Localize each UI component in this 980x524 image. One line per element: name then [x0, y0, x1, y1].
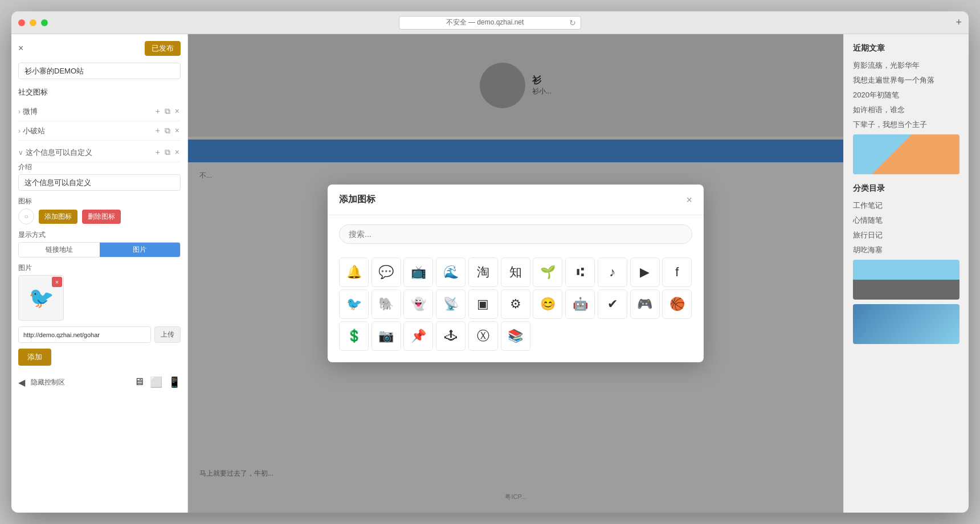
mastodon-icon[interactable]: 🐘: [371, 289, 401, 319]
recent-posts-title: 近期文章: [853, 43, 959, 54]
sidebar-post-1: 剪影流殇，光影华年: [853, 60, 959, 71]
editor-panel: × 已发布 社交图标 › 微博 + ⧉ × › 小破站 +: [11, 34, 188, 513]
display-tabs: 链接地址 图片: [18, 242, 181, 257]
main-preview: 衫 衫小... 不... 粤ICP... 马上就要过去了，牛初... 添加图标: [188, 34, 843, 513]
social-copy-icon-3[interactable]: ⧉: [164, 146, 172, 158]
url-input[interactable]: [18, 326, 151, 343]
intro-input[interactable]: [18, 174, 181, 191]
bilibili-icon[interactable]: 📺: [403, 257, 433, 287]
site-name-input[interactable]: [18, 63, 181, 79]
youtube-icon[interactable]: ▶: [630, 257, 660, 287]
post-link-2[interactable]: 我想走遍世界每一个角落: [853, 75, 959, 85]
tiktok-icon[interactable]: ♪: [598, 257, 627, 287]
facebook-icon[interactable]: f: [662, 257, 692, 287]
chevron-right-icon: ›: [18, 108, 21, 116]
upload-button[interactable]: 上传: [154, 326, 181, 343]
wechat-icon[interactable]: 💬: [371, 257, 401, 287]
back-icon[interactable]: ◀: [18, 377, 25, 388]
thumbnail-2: [853, 260, 959, 300]
category-link-1[interactable]: 工作笔记: [853, 200, 959, 211]
sidebar-post-3: 2020年初随笔: [853, 90, 959, 100]
twitter-icon[interactable]: 🐦: [339, 289, 369, 319]
display-tab-link[interactable]: 链接地址: [19, 243, 100, 257]
minimize-window-button[interactable]: [30, 19, 36, 26]
category-link-2[interactable]: 心情随笔: [853, 215, 959, 226]
add-tab-button[interactable]: +: [956, 17, 962, 28]
category-link-4[interactable]: 胡吃海塞: [853, 245, 959, 255]
playstation-icon[interactable]: 🕹: [436, 321, 466, 351]
social-item-label-3: 这个信息可以自定义: [26, 148, 154, 158]
snapchat-icon[interactable]: 👻: [403, 289, 433, 319]
social-item-weibo: › 微博 + ⧉ ×: [18, 102, 181, 121]
social-item-custom: ∨ 这个信息可以自定义 + ⧉ ×: [18, 143, 181, 162]
share-icon[interactable]: ⚙: [501, 289, 530, 319]
pinterest-icon[interactable]: 📌: [403, 321, 433, 351]
xbox-icon[interactable]: Ⓧ: [468, 321, 498, 351]
editor-header: × 已发布: [18, 41, 181, 56]
refresh-icon[interactable]: ↻: [569, 18, 576, 27]
window-frame: 不安全 — demo.qzhai.net ↻ + × 已发布 社交图标 › 微博…: [11, 11, 969, 513]
right-sidebar: 近期文章 剪影流殇，光影华年 我想走遍世界每一个角落 2020年初随笔 如许相语…: [843, 34, 969, 513]
feedly-icon[interactable]: ✔: [598, 289, 627, 319]
publish-button[interactable]: 已发布: [145, 41, 181, 56]
thumbnail-city-image: [853, 260, 959, 300]
post-link-4[interactable]: 如许相语，谁念: [853, 105, 959, 115]
monitor-icon[interactable]: 🖥: [134, 376, 144, 388]
alipay-icon[interactable]: 💲: [339, 321, 369, 351]
post-link-3[interactable]: 2020年初随笔: [853, 90, 959, 100]
instagram-icon[interactable]: 📷: [371, 321, 401, 351]
coolapk-icon[interactable]: 🌱: [533, 257, 562, 287]
icon-section: 图标 ○ 添加图标 删除图标: [18, 197, 181, 224]
stackoverflow-icon[interactable]: 📚: [501, 321, 530, 351]
weibo-icon[interactable]: 🌊: [436, 257, 466, 287]
add-icon-button[interactable]: 添加图标: [39, 210, 77, 224]
close-window-button[interactable]: [18, 19, 25, 26]
image-section: 图片 🐦 ×: [18, 263, 181, 321]
social-item-actions: + ⧉ ×: [154, 105, 181, 117]
taobao-icon[interactable]: 淘: [468, 257, 498, 287]
zhihu-icon[interactable]: 知: [501, 257, 530, 287]
social-remove-icon[interactable]: ×: [174, 105, 181, 117]
social-remove-icon-3[interactable]: ×: [174, 146, 181, 158]
delete-icon-button[interactable]: 删除图标: [82, 210, 121, 224]
social-add-icon-2[interactable]: +: [154, 125, 161, 137]
sidebar-post-2: 我想走遍世界每一个角落: [853, 75, 959, 85]
add-button[interactable]: 添加: [18, 349, 51, 366]
add-icon-modal: 添加图标 × 🔔💬📺🌊淘知🌱⑆♪▶f🐦🐘👻📡▣⚙😊🤖✔🎮🏀💲📷📌🕹Ⓧ📚: [328, 185, 704, 362]
social-copy-icon[interactable]: ⧉: [164, 105, 172, 117]
display-method-section: 显示方式 链接地址 图片: [18, 230, 181, 257]
github-icon[interactable]: ⑆: [565, 257, 595, 287]
trello-icon[interactable]: ▣: [468, 289, 498, 319]
social-copy-icon-2[interactable]: ⧉: [164, 125, 172, 137]
icon-grid: 🔔💬📺🌊淘知🌱⑆♪▶f🐦🐘👻📡▣⚙😊🤖✔🎮🏀💲📷📌🕹Ⓧ📚: [328, 253, 704, 362]
icon-placeholder: ○: [18, 208, 34, 224]
bell-icon[interactable]: 🔔: [339, 257, 369, 287]
phone-icon[interactable]: 📱: [168, 376, 181, 388]
image-remove-button[interactable]: ×: [52, 277, 62, 287]
modal-header: 添加图标 ×: [328, 185, 704, 215]
blogger-icon[interactable]: 😊: [533, 289, 562, 319]
icon-search-input[interactable]: [339, 224, 692, 244]
social-add-icon[interactable]: +: [154, 105, 161, 117]
display-tab-image[interactable]: 图片: [100, 243, 181, 257]
social-item-label: 微博: [23, 107, 154, 117]
url-bar[interactable]: 不安全 — demo.qzhai.net ↻: [399, 16, 581, 30]
post-link-5[interactable]: 下辈子，我想当个主子: [853, 120, 959, 130]
category-link-3[interactable]: 旅行日记: [853, 230, 959, 240]
nintendo-icon[interactable]: 🎮: [630, 289, 660, 319]
url-text: 不安全 — demo.qzhai.net: [404, 18, 566, 27]
twitch-icon[interactable]: 📡: [436, 289, 466, 319]
social-section-label: 社交图标: [18, 87, 181, 97]
tablet-icon[interactable]: ⬜: [150, 376, 162, 388]
social-item-label-2: 小破站: [23, 126, 154, 136]
dribbble-icon[interactable]: 🏀: [662, 289, 692, 319]
fullscreen-window-button[interactable]: [41, 19, 48, 26]
post-link-1[interactable]: 剪影流殇，光影华年: [853, 60, 959, 71]
modal-close-button[interactable]: ×: [686, 195, 692, 205]
social-add-icon-3[interactable]: +: [154, 146, 161, 158]
modal-overlay: 添加图标 × 🔔💬📺🌊淘知🌱⑆♪▶f🐦🐘👻📡▣⚙😊🤖✔🎮🏀💲📷📌🕹Ⓧ📚: [188, 34, 843, 513]
editor-close-button[interactable]: ×: [18, 43, 23, 54]
sidebar-post-4: 如许相语，谁念: [853, 105, 959, 115]
social-remove-icon-2[interactable]: ×: [174, 125, 181, 137]
reddit-icon[interactable]: 🤖: [565, 289, 595, 319]
